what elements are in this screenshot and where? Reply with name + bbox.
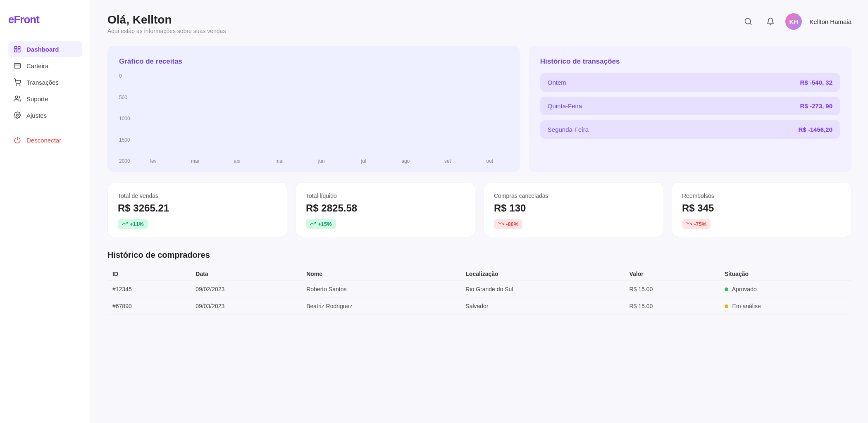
stat-label: Total de vendas [118,192,277,199]
bar-group-out: out [471,156,509,164]
stat-value: R$ 2825.58 [306,202,465,214]
row-id: #67890 [107,298,191,315]
svg-point-6 [19,85,20,86]
sidebar-label-dashboard: Dashboard [26,46,59,53]
buyers-table: IDDataNomeLocalizaçãoValorSituação #1234… [107,267,851,315]
svg-rect-3 [18,50,20,52]
col-header: Valor [625,267,720,281]
revenue-chart-title: Gráfico de receitas [119,57,509,66]
stat-value: R$ 3265.21 [118,202,277,214]
stat-badge: -80% [494,219,522,229]
stat-card-total-liquido: Total líquido R$ 2825.58 +15% [296,182,475,237]
greeting-title: Olá, Kellton [107,13,226,26]
stat-card-compras-canceladas: Compras canceladas R$ 130 -80% [484,182,663,237]
col-header: Localização [460,267,624,281]
sidebar-item-transacoes[interactable]: Transações [8,74,82,90]
logo: eFront [8,13,82,26]
svg-rect-1 [18,46,20,48]
disconnect-button[interactable]: Desconectar [8,132,82,148]
trans-day: Ontem [548,79,566,86]
trans-day: Segunda-Feira [548,126,589,133]
row-location: Rio Grande do Sul [460,281,624,298]
transaction-item: Segunda-Feira R$ -1456,20 [540,120,840,139]
status-dot [725,304,728,308]
row-name: Roberto Santos [301,281,460,298]
sidebar-item-dashboard[interactable]: Dashboard [8,41,82,57]
header-right: KH Kellton Hamaia [741,13,851,30]
badge-text: +15% [318,221,332,227]
col-header: ID [107,267,191,281]
greeting-block: Olá, Kellton Aqui estão as informações s… [107,13,226,34]
cart-icon [13,78,21,86]
y-label: 1000 [119,116,130,121]
stat-card-reembolsos: Reembolsos R$ 345 -75% [672,182,851,237]
sidebar-label-suporte: Suporte [26,95,48,102]
table-row: #67890 09/03/2023 Beatriz Rodriguez Salv… [107,298,851,315]
logo-text: Front [14,13,39,26]
sidebar-item-ajustes[interactable]: Ajustes [8,107,82,124]
sidebar-label-transacoes: Transações [26,79,59,86]
chart-yaxis: 2000150010005000 [119,73,130,164]
bar-label-jul: jul [361,158,366,164]
bar-group-mai: mai [260,156,298,164]
col-header: Data [191,267,301,281]
bar-label-out: out [486,158,494,164]
trend-icon [122,221,128,228]
col-header: Nome [301,267,460,281]
avatar: KH [785,13,802,30]
bar-label-mai: mai [275,158,283,164]
sidebar-item-suporte[interactable]: Suporte [8,90,82,107]
svg-rect-2 [14,50,17,52]
bar-group-set: set [429,156,467,164]
svg-line-11 [750,23,751,25]
y-label: 1500 [119,137,130,143]
top-header: Olá, Kellton Aqui estão as informações s… [107,13,851,34]
row-value: R$ 15.00 [625,281,720,298]
svg-point-8 [17,114,19,116]
notifications-button[interactable] [763,14,778,29]
trend-icon [310,221,316,228]
transactions-card: Histórico de transações Ontem R$ -540, 3… [529,46,851,172]
main-content: Olá, Kellton Aqui estão as informações s… [91,0,868,423]
bar-label-ago: ago [401,158,410,164]
trend-icon [686,221,692,228]
bar-group-abr: abr [218,156,256,164]
row-name: Beatriz Rodriguez [301,298,460,315]
stat-label: Reembolsos [682,192,841,199]
stat-badge: +11% [118,219,148,229]
sidebar-label-ajustes: Ajustes [26,112,47,119]
bar-label-jun: jun [318,158,325,164]
sidebar-item-carteira[interactable]: Carteira [8,57,82,74]
trans-value: R$ -1456,20 [798,126,832,133]
stat-label: Compras canceladas [494,192,653,199]
badge-text: -80% [506,221,518,227]
bar-group-ago: ago [386,156,424,164]
search-button[interactable] [741,14,756,29]
row-date: 09/03/2023 [191,298,301,315]
row-status: Aprovado [720,281,851,298]
support-icon [13,95,21,103]
sidebar: eFront Dashboard Carteira Transações Sup… [0,0,91,423]
bar-group-jul: jul [345,156,383,164]
revenue-chart-card: Gráfico de receitas 2000150010005000 fev… [107,46,520,172]
user-name: Kellton Hamaia [809,18,851,25]
chart-area: 2000150010005000 fev mar abr mai jun jul… [119,73,509,164]
row-value: R$ 15.00 [625,298,720,315]
trans-value: R$ -540, 32 [800,79,832,86]
bar-label-mar: mar [191,158,200,164]
bar-group-fev: fev [134,156,172,164]
stat-card-total-vendas: Total de vendas R$ 3265.21 +11% [107,182,287,237]
stat-badge: +15% [306,219,336,229]
transactions-title: Histórico de transações [540,57,840,66]
transaction-item: Ontem R$ -540, 32 [540,73,840,92]
stats-row: Total de vendas R$ 3265.21 +11% Total lí… [107,182,851,237]
bar-group-mar: mar [176,156,214,164]
y-label: 2000 [119,158,130,164]
y-label: 0 [119,73,130,79]
col-header: Situação [720,267,851,281]
badge-text: +11% [130,221,144,227]
bar-label-fev: fev [150,158,157,164]
disconnect-label: Desconectar [26,137,61,144]
row-id: #12345 [107,281,191,298]
status-text: Aprovado [732,286,757,292]
